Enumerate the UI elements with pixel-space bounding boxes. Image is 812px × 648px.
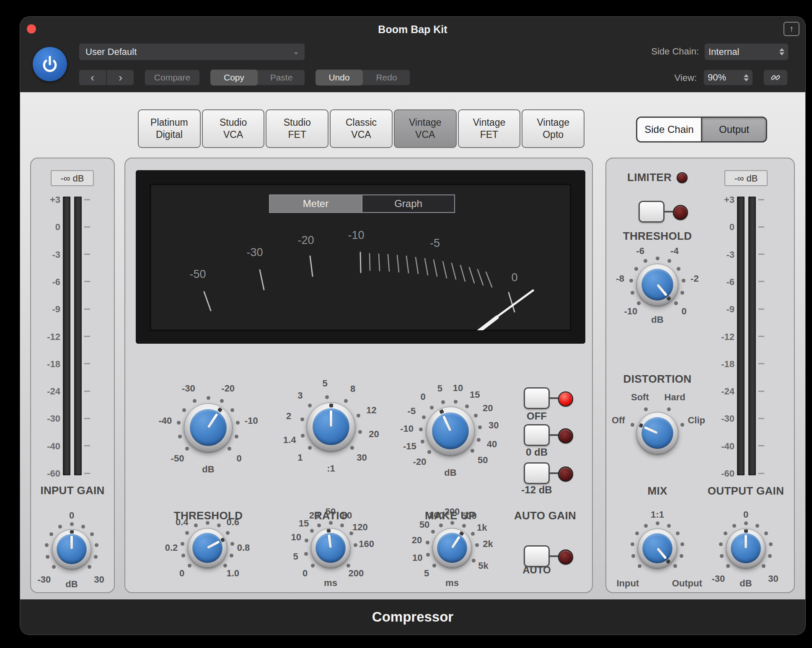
knob-scale-label: -4 [670, 246, 679, 257]
paste-button[interactable]: Paste [258, 70, 305, 86]
desktop: { "window": { "title": "Boom Bap Kit", "… [0, 0, 812, 648]
knob-tick-dot [223, 564, 227, 568]
limiter-button[interactable] [639, 201, 665, 223]
knob-tick-dot [644, 259, 647, 263]
preset-selector[interactable]: User Default ⌄ [79, 43, 305, 60]
undo-button[interactable]: Undo [315, 70, 363, 86]
knob-tick-dot [185, 447, 189, 451]
knob-tick-dot [220, 399, 224, 403]
knob-scale-label: 100 [429, 510, 444, 521]
prev-preset-button[interactable]: ‹ [79, 70, 106, 86]
plugin-body: Platinum DigitalStudio VCAStudio FETClas… [20, 92, 805, 599]
model-tab[interactable]: Vintage FET [458, 109, 521, 148]
knob-scale-label: -40 [158, 415, 172, 426]
led-connector [549, 555, 559, 557]
copy-button[interactable]: Copy [210, 70, 258, 86]
knob-scale-label: 160 [359, 539, 374, 550]
knob-tick-dot [305, 539, 308, 542]
knob-scale-label: :1 [327, 463, 335, 474]
release-knob[interactable]: 51020501002005001k2k5kms [432, 528, 472, 568]
power-button[interactable] [33, 47, 67, 81]
knob-tick-dot [472, 559, 476, 562]
mix-knob[interactable]: 1:1InputOutput [638, 529, 677, 568]
autogain-12db-button[interactable] [524, 462, 550, 484]
plugin-window: Boom Bap Kit ↑ User Default ⌄ ‹ › Compar… [20, 17, 805, 635]
makeup-knob[interactable]: -20-15-10-505101520304050dB [426, 407, 475, 455]
model-tab[interactable]: Studio FET [266, 109, 328, 148]
side-chain-select[interactable]: Internal [704, 43, 789, 60]
preset-nav: ‹ › [79, 70, 134, 86]
view-zoom-stepper[interactable]: 90% [703, 70, 753, 86]
chevron-down-icon: ⌄ [293, 43, 299, 60]
meter-scale-label: -6 [39, 277, 60, 288]
knob-tick-dot [674, 301, 678, 305]
segment-side-chain[interactable]: Side Chain [637, 118, 701, 141]
knob-tick-dot [226, 531, 230, 535]
meter-scale-label: +3 [39, 194, 60, 205]
knob-scale-label: Soft [631, 392, 649, 403]
knob-scale-label: 20 [309, 510, 319, 521]
meter-scale-tick [758, 445, 764, 446]
knob-tick-dot [635, 531, 639, 535]
compare-button[interactable]: Compare [145, 70, 200, 86]
distortion-title: DISTORTION [615, 373, 699, 386]
knob-scale-label: 1.0 [227, 568, 240, 579]
ratio-knob[interactable]: 11.42358122030:1 [307, 402, 355, 451]
knob-tick-dot [634, 267, 638, 271]
meter-scale-label: -18 [713, 359, 734, 370]
segment-graph[interactable]: Graph [362, 195, 454, 212]
knee-knob[interactable]: 00.20.40.60.81.0 [188, 528, 227, 568]
knob-tick-dot [301, 434, 305, 438]
side-chain-value: Internal [709, 47, 739, 57]
output-level-meter: +30-3-6-9-12-18-24-30-40-60 [713, 197, 767, 475]
segment-meter[interactable]: Meter [270, 195, 362, 212]
segment-output[interactable]: Output [701, 118, 766, 141]
knob-scale-label: Hard [665, 392, 685, 403]
pop-out-icon[interactable]: ↑ [784, 22, 799, 36]
knob-tick-dot [631, 554, 635, 558]
knob-tick-dot [677, 267, 680, 271]
auto-release-label: AUTO [512, 564, 562, 576]
threshold-knob[interactable]: -50-40-30-20-100dB [184, 403, 233, 452]
distortion-knob[interactable]: OffSoftHardClip [636, 412, 678, 454]
knob-tick-dot [667, 407, 671, 411]
autogain-off-led [558, 391, 573, 407]
meter-graph-toggle: MeterGraph [269, 194, 455, 213]
model-tab[interactable]: Platinum Digital [138, 109, 201, 148]
level-meter-bar [748, 197, 756, 475]
meter-scale-tick [84, 445, 90, 446]
level-meter-bar [737, 197, 745, 475]
autogain-0db-combo [524, 424, 572, 446]
link-button[interactable] [763, 70, 788, 86]
knob-tick-dot [45, 543, 49, 547]
knob-scale-label: 8 [350, 384, 355, 394]
knob-scale-label: 0 [69, 510, 74, 521]
limiter-threshold-knob[interactable]: -10-8-6-4-20dB [636, 264, 678, 306]
attack-knob[interactable]: 051015205080120160200ms [311, 528, 350, 568]
meter-scale-label: -24 [39, 386, 60, 397]
model-tab[interactable]: Vintage Opto [522, 109, 584, 148]
output-gain-knob[interactable]: 0-3030dB [726, 529, 765, 568]
input-level-readout: -∞ dB [51, 170, 94, 186]
knob-scale-label: -10 [400, 423, 414, 434]
knob-tick-dot [474, 414, 478, 417]
next-preset-button[interactable]: › [106, 70, 134, 86]
redo-button[interactable]: Redo [363, 70, 410, 86]
meter-scale-tick [84, 254, 90, 255]
limiter-button-led [673, 205, 688, 220]
model-tab[interactable]: Vintage VCA [394, 109, 457, 148]
limiter-combo [639, 201, 686, 223]
meter-scale-tick [84, 336, 90, 337]
knob-scale-label: 50 [478, 455, 488, 466]
model-tab[interactable]: Classic VCA [330, 109, 393, 148]
model-tab[interactable]: Studio VCA [202, 109, 265, 148]
meter-scale-tick [758, 391, 764, 392]
knob-tick-dot [317, 524, 321, 527]
autogain-off-button[interactable] [524, 387, 550, 409]
autogain-0db-button[interactable] [524, 424, 550, 446]
knob-tick-dot [676, 531, 680, 535]
meter-scale-tick [84, 199, 90, 200]
knob-tick-dot [431, 530, 435, 534]
input-gain-knob[interactable]: 0-3030dB [52, 529, 91, 569]
knob-scale-label: dB [202, 464, 214, 475]
